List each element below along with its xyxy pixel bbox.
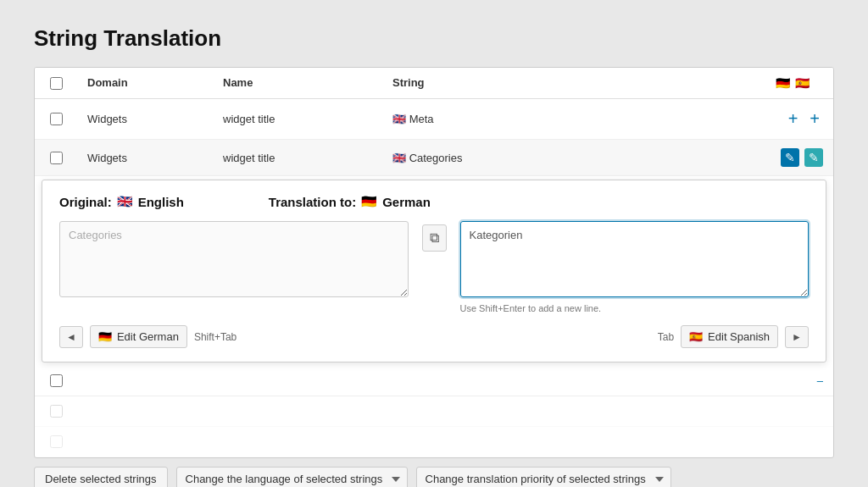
- original-label: Original:: [59, 195, 112, 209]
- nav-right-btn[interactable]: 🇪🇸 Edit Spanish: [681, 325, 778, 348]
- edit-panel-header: Original: 🇬🇧 English Translation to: 🇩🇪 …: [59, 194, 809, 209]
- row1-actions: + +: [765, 99, 833, 139]
- flag-de: 🇩🇪: [776, 76, 790, 90]
- row1-name: widget title: [213, 104, 382, 134]
- nav-right-shortcut: Tab: [658, 331, 674, 343]
- original-title: Original: 🇬🇧 English: [59, 194, 184, 209]
- original-lang: English: [138, 195, 184, 209]
- row2-checkbox[interactable]: [50, 152, 63, 164]
- row1-flag: 🇬🇧: [392, 113, 406, 125]
- row2-action2[interactable]: ✎: [804, 148, 823, 167]
- nav-row: ◄ 🇩🇪 Edit German Shift+Tab Tab 🇪🇸 Edit S…: [59, 325, 809, 348]
- table-row: Widgets widget title 🇬🇧 Meta + +: [35, 99, 833, 140]
- original-flag: 🇬🇧: [117, 194, 133, 209]
- translation-textarea[interactable]: [460, 221, 810, 297]
- translation-flag: 🇩🇪: [361, 194, 377, 209]
- row2-string: 🇬🇧 Categories: [382, 143, 765, 173]
- row3-checkbox[interactable]: [50, 374, 63, 387]
- header-checkbox-cell[interactable]: [35, 68, 77, 98]
- flag-es: 🇪🇸: [795, 76, 810, 90]
- translation-field: Use Shift+Enter to add a new line.: [460, 221, 810, 313]
- table-row-active: Widgets widget title 🇬🇧 Categories ✎ ✎: [35, 140, 833, 176]
- row1-string-text: Meta: [409, 113, 434, 125]
- col-string: String: [382, 68, 765, 98]
- col-domain: Domain: [77, 68, 213, 98]
- edit-fields: ⧉ Use Shift+Enter to add a new line.: [59, 221, 809, 313]
- original-field: [59, 221, 409, 300]
- nav-right-arrow[interactable]: ►: [785, 326, 809, 348]
- row1-domain: Widgets: [77, 104, 213, 134]
- col-flags: 🇩🇪 🇪🇸: [765, 68, 833, 98]
- col-name: Name: [213, 68, 382, 98]
- nav-right-flag: 🇪🇸: [689, 330, 703, 343]
- row2-string-text: Categories: [409, 152, 463, 164]
- change-lang-select[interactable]: Change the language of selected strings: [176, 467, 408, 487]
- table-row-faded: [35, 427, 833, 457]
- original-textarea[interactable]: [59, 221, 409, 297]
- nav-right-group: Tab 🇪🇸 Edit Spanish ►: [658, 325, 809, 348]
- row2-flag: 🇬🇧: [392, 152, 406, 164]
- change-priority-select[interactable]: Change translation priority of selected …: [416, 467, 671, 487]
- translation-title: Translation to: 🇩🇪 German: [269, 194, 431, 209]
- row1-checkbox[interactable]: [50, 113, 63, 125]
- copy-btn-wrap: ⧉: [422, 221, 447, 252]
- copy-button[interactable]: ⧉: [422, 224, 447, 252]
- row1-string: 🇬🇧 Meta: [382, 104, 765, 134]
- nav-left-arrow[interactable]: ◄: [59, 326, 83, 348]
- nav-left-group: ◄ 🇩🇪 Edit German Shift+Tab: [59, 325, 236, 348]
- table-row-faded: [35, 396, 833, 427]
- table-header: Domain Name String 🇩🇪 🇪🇸: [35, 68, 833, 99]
- nav-left-label: Edit German: [117, 330, 179, 343]
- row2-checkbox-cell[interactable]: [35, 143, 77, 173]
- nav-right-label: Edit Spanish: [708, 330, 770, 343]
- edit-panel: Original: 🇬🇧 English Translation to: 🇩🇪 …: [42, 180, 826, 362]
- row1-checkbox-cell[interactable]: [35, 104, 77, 134]
- translation-lang: German: [382, 195, 431, 209]
- row1-action1[interactable]: +: [785, 108, 802, 130]
- row1-action2[interactable]: +: [806, 108, 823, 130]
- translation-label: Translation to:: [269, 195, 356, 209]
- row2-action1[interactable]: ✎: [781, 148, 799, 167]
- string-table: Domain Name String 🇩🇪 🇪🇸 Widgets widget …: [34, 67, 834, 458]
- row2-domain: Widgets: [77, 143, 213, 173]
- nav-left-flag: 🇩🇪: [98, 330, 112, 343]
- bottom-bar: Delete selected strings Change the langu…: [34, 467, 834, 487]
- select-all-checkbox[interactable]: [50, 77, 63, 90]
- delete-selected-btn[interactable]: Delete selected strings: [34, 467, 168, 487]
- row4-checkbox[interactable]: [50, 405, 63, 418]
- translation-hint: Use Shift+Enter to add a new line.: [460, 303, 810, 313]
- table-row-faded: –: [35, 366, 833, 396]
- page-title: String Translation: [34, 25, 834, 52]
- row2-name: widget title: [213, 143, 382, 173]
- nav-left-shortcut: Shift+Tab: [194, 331, 236, 343]
- row2-actions: ✎ ✎: [765, 140, 833, 175]
- nav-left-btn[interactable]: 🇩🇪 Edit German: [90, 325, 187, 348]
- row5-checkbox[interactable]: [50, 435, 63, 448]
